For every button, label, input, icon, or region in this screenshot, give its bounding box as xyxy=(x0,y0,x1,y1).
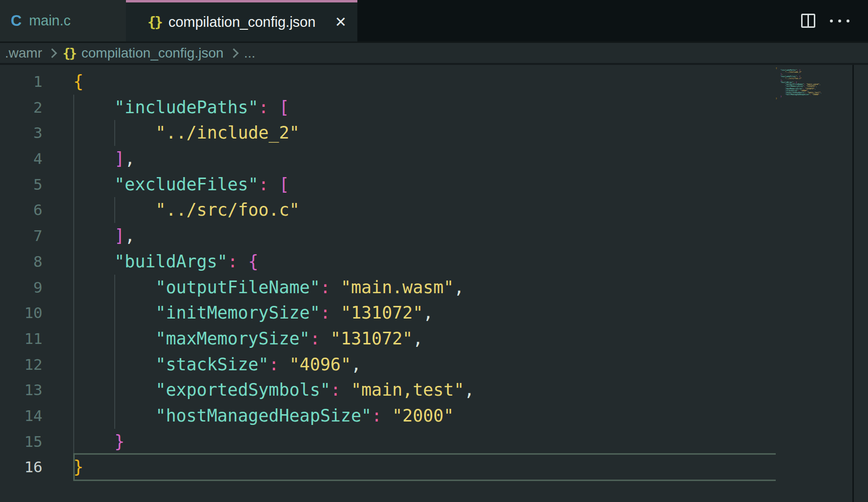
tab-label-compilation-config-json: compilation_config.json xyxy=(168,14,315,30)
indent-guide xyxy=(73,95,74,120)
line-number[interactable]: 16 xyxy=(0,454,42,480)
more-actions-icon[interactable] xyxy=(830,20,849,22)
indent-guide xyxy=(73,120,74,146)
code-line-content[interactable]: "includePaths": [ xyxy=(73,95,289,120)
indent-guide xyxy=(114,326,115,352)
code-line[interactable]: 5 "excludeFiles": [ xyxy=(0,172,868,198)
code-line[interactable]: 4 ], xyxy=(0,146,868,172)
indent-guide xyxy=(73,223,74,249)
line-number[interactable]: 2 xyxy=(0,95,42,120)
code-line-content[interactable]: } xyxy=(73,454,83,480)
vscode-window: { "tab_bar": { "tabs": [ { "label": "mai… xyxy=(0,0,868,502)
line-number[interactable]: 1 xyxy=(0,69,42,95)
json-braces-icon: {} xyxy=(147,14,162,30)
tab-label-main-c: main.c xyxy=(29,13,70,29)
code-line-content[interactable]: "maxMemorySize": "131072", xyxy=(73,326,423,352)
code-area: 1{2 "includePaths": [3 "../include_2"4 ]… xyxy=(0,65,868,480)
indent-guide xyxy=(114,300,115,326)
code-line-content[interactable]: "../src/foo.c" xyxy=(73,197,300,223)
split-editor-icon[interactable] xyxy=(801,14,815,28)
c-file-icon: C xyxy=(11,12,21,30)
line-number[interactable]: 6 xyxy=(0,197,42,223)
line-number[interactable]: 10 xyxy=(0,300,42,326)
code-line-content[interactable]: ], xyxy=(73,223,135,249)
line-number[interactable]: 13 xyxy=(0,377,42,403)
code-line[interactable]: 3 "../include_2" xyxy=(0,120,868,146)
json-braces-icon: {} xyxy=(62,45,76,60)
line-number[interactable]: 7 xyxy=(0,223,42,249)
indent-guide xyxy=(73,403,74,429)
indent-guide xyxy=(73,146,74,172)
code-line-content[interactable]: "hostManagedHeapSize": "2000" xyxy=(73,403,454,429)
chevron-right-icon xyxy=(47,48,57,58)
line-number[interactable]: 11 xyxy=(0,326,42,352)
code-line[interactable]: 13 "exportedSymbols": "main,test", xyxy=(0,377,868,403)
line-number[interactable]: 9 xyxy=(0,275,42,301)
indent-guide xyxy=(73,275,74,301)
code-line-content[interactable]: "initMemorySize": "131072", xyxy=(73,300,434,326)
line-number[interactable]: 15 xyxy=(0,429,42,455)
code-line-content[interactable]: "exportedSymbols": "main,test", xyxy=(73,377,475,403)
breadcrumb-item-symbol[interactable]: ... xyxy=(244,45,255,61)
line-number[interactable]: 14 xyxy=(0,403,42,429)
code-line-content[interactable]: "outputFileName": "main.wasm", xyxy=(73,275,464,301)
code-line[interactable]: 11 "maxMemorySize": "131072", xyxy=(0,326,868,352)
minimap-content: { "includePaths": [ "../include_2" ], "e… xyxy=(776,67,849,100)
indent-guide xyxy=(73,249,74,275)
code-line[interactable]: 7 ], xyxy=(0,223,868,249)
tab-bar: C main.c {} compilation_config.json ✕ xyxy=(0,0,868,43)
indent-guide xyxy=(73,429,74,455)
code-line-content[interactable]: "excludeFiles": [ xyxy=(73,172,289,198)
tab-compilation-config-json[interactable]: {} compilation_config.json ✕ xyxy=(126,0,357,41)
line-number[interactable]: 5 xyxy=(0,172,42,198)
indent-guide xyxy=(73,352,74,378)
indent-guide xyxy=(73,326,74,352)
code-line[interactable]: 15 } xyxy=(0,429,868,455)
breadcrumb-item-file[interactable]: compilation_config.json xyxy=(82,45,224,61)
editor-pane: 1{2 "includePaths": [3 "../include_2"4 ]… xyxy=(0,65,868,502)
indent-guide xyxy=(114,275,115,301)
code-line[interactable]: 8 "buildArgs": { xyxy=(0,249,868,275)
code-line-content[interactable]: } xyxy=(73,429,124,455)
indent-guide xyxy=(114,120,115,146)
code-line[interactable]: 12 "stackSize": "4096", xyxy=(0,352,868,378)
line-number[interactable]: 4 xyxy=(0,146,42,172)
code-line[interactable]: 16} xyxy=(0,454,868,480)
code-line-content[interactable]: { xyxy=(73,69,83,95)
indent-guide xyxy=(73,172,74,198)
breadcrumb: .wamr {} compilation_config.json ... xyxy=(0,43,868,65)
code-line[interactable]: 2 "includePaths": [ xyxy=(0,95,868,120)
indent-guide xyxy=(114,197,115,223)
indent-guide xyxy=(73,197,74,223)
minimap[interactable]: { "includePaths": [ "../include_2" ], "e… xyxy=(776,67,849,100)
line-number[interactable]: 3 xyxy=(0,120,42,146)
indent-guide xyxy=(73,300,74,326)
line-number[interactable]: 8 xyxy=(0,249,42,275)
code-line[interactable]: 1{ xyxy=(0,69,868,95)
indent-guide xyxy=(73,377,74,403)
code-line[interactable]: 10 "initMemorySize": "131072", xyxy=(0,300,868,326)
indent-guide xyxy=(114,352,115,378)
chevron-right-icon xyxy=(229,48,239,58)
breadcrumb-item-wamr[interactable]: .wamr xyxy=(5,45,42,61)
editor-actions xyxy=(801,0,868,41)
close-tab-icon[interactable]: ✕ xyxy=(335,14,347,30)
minimap-divider xyxy=(852,65,854,502)
line-number[interactable]: 12 xyxy=(0,352,42,378)
code-line[interactable]: 14 "hostManagedHeapSize": "2000" xyxy=(0,403,868,429)
code-line-content[interactable]: ], xyxy=(73,146,135,172)
indent-guide xyxy=(114,377,115,403)
code-line[interactable]: 9 "outputFileName": "main.wasm", xyxy=(0,275,868,301)
indent-guide xyxy=(114,403,115,429)
tab-main-c[interactable]: C main.c xyxy=(0,0,126,41)
code-line-content[interactable]: "buildArgs": { xyxy=(73,249,258,275)
code-line[interactable]: 6 "../src/foo.c" xyxy=(0,197,868,223)
code-line-content[interactable]: "../include_2" xyxy=(73,120,300,146)
code-line-content[interactable]: "stackSize": "4096", xyxy=(73,352,361,378)
